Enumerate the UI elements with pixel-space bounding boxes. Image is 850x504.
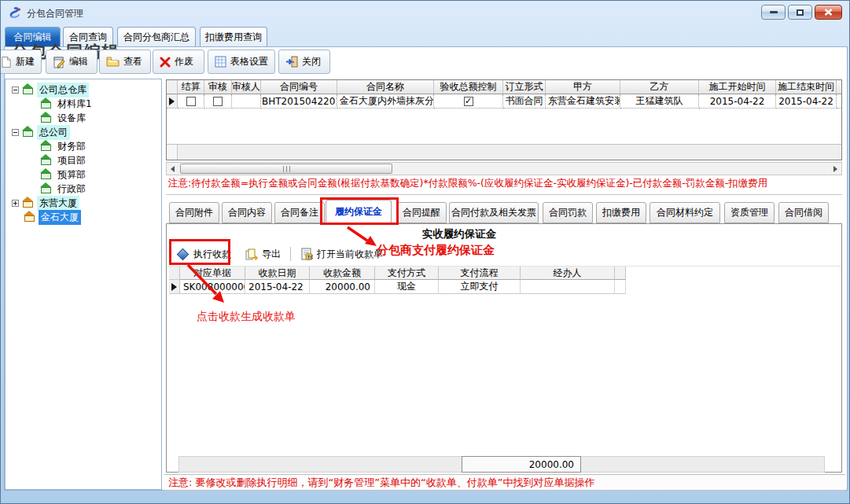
tree-item-finance-dept[interactable]: 财务部	[6, 139, 161, 153]
cell-clipped	[837, 94, 842, 109]
h-scrollbar[interactable]	[166, 162, 842, 175]
cell-receipt-amount[interactable]: 20000.00	[310, 280, 375, 294]
cell-party-a[interactable]: 东营金石建筑安装	[546, 94, 620, 109]
column-header-receipt-date[interactable]: 收款日期	[245, 267, 310, 280]
tab-contract-reminder[interactable]: 合同提醒	[396, 202, 447, 223]
open-current-receipt-button[interactable]: TC 打开当前收款单	[296, 248, 388, 261]
column-header-party-a[interactable]: 甲方	[546, 80, 620, 94]
column-header-contract-name[interactable]: 合同名称	[337, 80, 434, 94]
tab-withholding-query[interactable]: 扣缴费用查询	[200, 27, 267, 46]
current-row-icon	[169, 97, 175, 105]
column-header-party-b[interactable]: 乙方	[620, 80, 699, 94]
column-header-receipt-amount[interactable]: 收款金额	[310, 267, 375, 280]
scrollbar-thumb[interactable]	[180, 164, 392, 174]
column-header-pay-flow[interactable]: 支付流程	[439, 267, 521, 280]
tree-item-head-office[interactable]: 总公司	[6, 125, 161, 139]
settled-checkbox[interactable]	[186, 97, 196, 106]
cell-settled	[178, 94, 204, 109]
tree-item-project-dept[interactable]: 项目部	[6, 153, 161, 167]
column-header-settled[interactable]: 结算	[178, 80, 204, 94]
tree-item-dongying-building[interactable]: 东营大厦	[6, 196, 161, 210]
table-settings-button[interactable]: 表格设置	[208, 50, 275, 74]
tree-item-admin-dept[interactable]: 行政部	[6, 182, 161, 196]
cell-pay-flow[interactable]: 立即支付	[439, 280, 521, 294]
cell-contract-no[interactable]: FBHT2015042201	[261, 94, 337, 109]
annotation-pay-deposit: 分包商支付履约保证金	[377, 243, 495, 258]
tree-item-label: 项目部	[55, 153, 88, 168]
house-icon	[41, 116, 51, 123]
cell-receipt-date[interactable]: 2015-04-22	[245, 280, 310, 294]
column-header-start-date[interactable]: 施工开始时间	[699, 80, 776, 94]
tab-label: 资质管理	[730, 206, 768, 219]
reviewed-checkbox[interactable]	[213, 97, 223, 106]
tab-subcontractor-summary[interactable]: 合同分包商汇总	[117, 27, 196, 46]
scroll-right-icon[interactable]	[830, 163, 841, 175]
view-button[interactable]: 查看	[99, 50, 151, 74]
house-icon	[23, 88, 33, 94]
column-header-acceptance-control[interactable]: 验收总额控制	[434, 80, 503, 94]
button-label: 编辑	[69, 55, 88, 68]
edit-button[interactable]: 编辑	[46, 50, 98, 74]
tab-contract-attachments[interactable]: 合同附件	[169, 202, 219, 223]
tree-item-label: 总公司	[37, 125, 70, 140]
tab-withholding-fees[interactable]: 扣缴费用	[596, 202, 646, 223]
tab-contract-content[interactable]: 合同内容	[222, 202, 272, 223]
house-icon	[41, 187, 51, 193]
column-header-reviewed[interactable]: 审核	[204, 80, 232, 94]
close-button[interactable]	[815, 5, 842, 20]
tab-contract-borrowing[interactable]: 合同借阅	[778, 202, 829, 223]
current-row-icon	[171, 283, 177, 291]
collapse-icon[interactable]	[12, 86, 19, 94]
button-label: 表格设置	[230, 55, 268, 68]
tree-item-equipment-store[interactable]: 设备库	[6, 111, 161, 125]
cell-contract-name[interactable]: 金石大厦内外墙抹灰分	[337, 94, 434, 109]
column-header-pay-method[interactable]: 支付方式	[375, 267, 439, 280]
column-header-reviewer[interactable]: 审核人	[232, 80, 261, 94]
tab-contract-penalty[interactable]: 合同罚款	[543, 202, 593, 223]
column-header-contract-no[interactable]: 合同编号	[261, 80, 337, 94]
cell-handler	[521, 280, 615, 294]
cell-pay-method[interactable]: 现金	[375, 280, 439, 294]
export-button[interactable]: 导出	[241, 248, 285, 261]
button-label: 导出	[262, 248, 281, 261]
tree-item-budget-dept[interactable]: 预算部	[6, 167, 161, 182]
column-header-clipped[interactable]: 合	[837, 80, 842, 94]
cell-party-b[interactable]: 王猛建筑队	[620, 94, 699, 109]
new-button[interactable]: 新建	[0, 50, 42, 74]
tree-item-jinshi-building-selected[interactable]: 金石大厦	[6, 210, 161, 224]
grid-footer-row	[167, 144, 841, 160]
button-label: 作废	[175, 55, 193, 68]
cell-end-date[interactable]: 2015-04-22	[776, 94, 837, 109]
column-header-form[interactable]: 订立形式	[503, 80, 546, 94]
tree-item-material-store[interactable]: 材料库1	[6, 97, 161, 111]
tab-contract-remarks[interactable]: 合同备注	[274, 202, 325, 223]
tree-item-company-warehouse[interactable]: 公司总仓库	[6, 83, 161, 97]
tree-item-label: 金石大厦	[39, 210, 81, 225]
expand-icon[interactable]	[12, 200, 19, 207]
tab-material-agreement[interactable]: 合同材料约定	[649, 202, 720, 223]
button-label: 打开当前收款单	[317, 248, 383, 261]
cell-doc-no[interactable]: SK0080000001	[180, 280, 245, 294]
maximize-button[interactable]	[788, 5, 812, 20]
column-header-end-date[interactable]: 施工结束时间	[776, 80, 837, 94]
deposit-panel: 实收履约保证金 执行收款 导出 TC 打开当前收款单 对应单据 收款日期 收款金…	[166, 223, 842, 473]
organization-tree: 公司总仓库 材料库1 设备库 总公司 财务部 项目部 预算部 行	[5, 79, 162, 490]
acceptance-checkbox[interactable]	[464, 97, 473, 106]
void-button[interactable]: 作废	[153, 50, 204, 74]
column-header-handler[interactable]: 经办人	[521, 267, 615, 280]
minimize-button[interactable]	[761, 5, 786, 20]
cell-acceptance-control	[434, 94, 503, 109]
tree-item-label: 设备库	[55, 111, 88, 126]
window-controls	[761, 5, 842, 20]
collapse-icon[interactable]	[12, 129, 19, 136]
close-form-button[interactable]: 关闭	[278, 50, 330, 74]
cell-start-date[interactable]: 2015-04-22	[699, 94, 776, 109]
column-header-doc-no[interactable]: 对应单据	[180, 267, 245, 280]
close-icon	[824, 9, 833, 16]
highlight-box-execute-button	[169, 239, 230, 265]
tab-payments-invoices[interactable]: 合同付款及相关发票	[449, 202, 539, 223]
scroll-left-icon[interactable]	[167, 163, 178, 175]
tab-qualification-mgmt[interactable]: 资质管理	[724, 202, 775, 223]
cell-form[interactable]: 书面合同	[503, 94, 546, 109]
column-header-stub	[615, 267, 626, 280]
